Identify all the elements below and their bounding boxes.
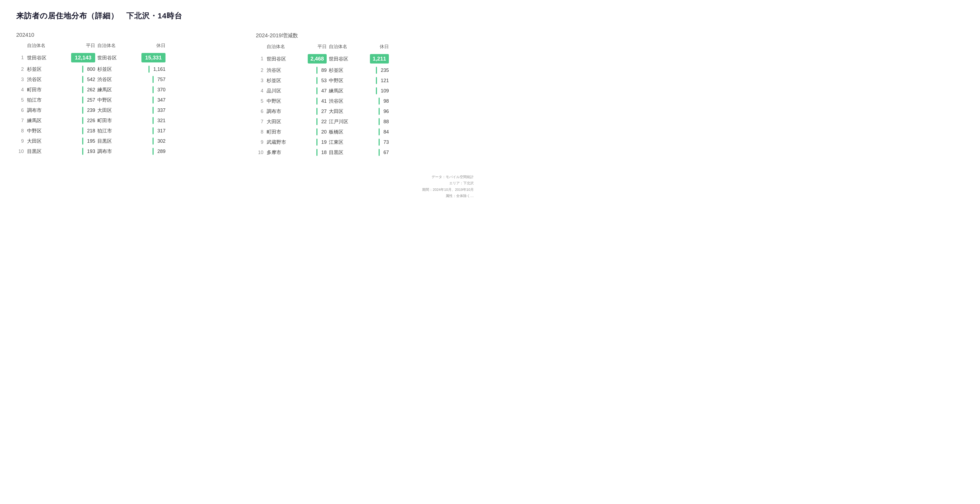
table-row: 9大田区195目黒区302 [16, 136, 234, 146]
rank-cell: 7 [256, 119, 267, 125]
footnote: データ：モバイル空間統計 エリア：下北沢 期間：2024年10月、2019年10… [16, 174, 474, 199]
bar-indicator [317, 118, 317, 125]
value-cell-1: 89 [299, 67, 329, 74]
table-row: 10目黒区193調布市289 [16, 146, 234, 157]
name-cell-2: 板橋区 [329, 128, 361, 135]
bar-indicator [379, 118, 380, 125]
value-cell-2: 1,161 [130, 66, 168, 73]
bar-indicator [376, 77, 377, 84]
right-table-body: 1世田谷区2,468世田谷区1,2112渋谷区89杉並区2353杉並区53中野区… [256, 52, 474, 158]
footnote-line2: エリア：下北沢 [16, 180, 474, 186]
value-cell-1: 239 [59, 107, 97, 114]
right-table-header: 自治体名 平日 自治体名 休日 [256, 43, 474, 51]
rank-cell: 5 [16, 97, 27, 103]
rank-cell: 7 [16, 118, 27, 124]
bar-indicator [82, 107, 83, 114]
bar-indicator [82, 148, 83, 155]
name-cell-2: 大田区 [329, 108, 361, 114]
rank-cell: 3 [16, 77, 27, 82]
bar-indicator [82, 66, 83, 73]
table-row: 7練馬区226町田市321 [16, 116, 234, 126]
page-title: 来訪者の居住地分布（詳細） 下北沢・14時台 [16, 11, 474, 21]
bar-indicator [148, 66, 150, 73]
bar-indicator [317, 149, 317, 156]
bar-indicator [82, 97, 83, 103]
name-cell-1: 調布市 [267, 108, 299, 114]
value-cell-2: 317 [130, 127, 168, 134]
bar-indicator [317, 139, 317, 146]
rank-cell: 6 [256, 109, 267, 114]
rank-cell: 1 [16, 55, 27, 60]
name-cell-2: 渋谷区 [97, 76, 130, 83]
name-cell-1: 世田谷区 [267, 55, 299, 62]
bar-indicator [379, 149, 380, 156]
table-row: 6調布市239大田区337 [16, 105, 234, 116]
value-cell-2: 73 [361, 139, 391, 146]
name-cell-1: 大田区 [27, 138, 59, 144]
bar-indicator [153, 127, 154, 134]
table-row: 4品川区47練馬区109 [256, 86, 474, 96]
bar-indicator [153, 148, 154, 155]
name-cell-1: 大田区 [267, 118, 299, 125]
value-cell-1: 262 [59, 86, 97, 93]
value-cell-1: 218 [59, 127, 97, 134]
rank-cell: 6 [16, 108, 27, 113]
name-cell-2: 渋谷区 [329, 98, 361, 104]
bar-indicator [153, 86, 154, 93]
right-header-col2-val: 休日 [361, 43, 391, 50]
name-cell-2: 中野区 [329, 77, 361, 84]
bar-indicator [317, 67, 317, 74]
bar-indicator [317, 98, 317, 105]
footnote-line3: 期間：2024年10月、2019年10月 [16, 187, 474, 193]
name-cell-1: 渋谷区 [27, 76, 59, 83]
name-cell-2: 町田市 [97, 117, 130, 124]
name-cell-2: 中野区 [97, 97, 130, 103]
table-row: 5中野区41渋谷区98 [256, 96, 474, 106]
value-cell-1: 53 [299, 77, 329, 84]
right-header-rank [256, 43, 267, 50]
name-cell-1: 町田市 [267, 128, 299, 135]
name-cell-2: 練馬区 [329, 87, 361, 94]
name-cell-1: 世田谷区 [27, 55, 59, 61]
left-header-col1-val: 平日 [59, 43, 97, 49]
rank-cell: 9 [256, 139, 267, 145]
value-cell-2: 88 [361, 118, 391, 125]
name-cell-1: 調布市 [27, 107, 59, 114]
right-header-col2-name: 自治体名 [329, 43, 361, 50]
bar-indicator [317, 87, 317, 94]
value-cell-2: 289 [130, 148, 168, 155]
rank-cell: 10 [16, 149, 27, 154]
value-cell-2: 98 [361, 98, 391, 105]
name-cell-1: 中野区 [27, 128, 59, 134]
table-row: 3渋谷区542渋谷区757 [16, 74, 234, 85]
table-row: 4町田市262練馬区370 [16, 85, 234, 95]
bar-indicator [379, 128, 380, 135]
right-header-col1-val: 平日 [299, 43, 329, 50]
left-header-rank [16, 43, 27, 49]
name-cell-2: 大田区 [97, 107, 130, 114]
table-row: 9武蔵野市19江東区73 [256, 137, 474, 147]
table-row: 8中野区218狛江市317 [16, 126, 234, 136]
name-cell-2: 狛江市 [97, 128, 130, 134]
bar-indicator [153, 107, 154, 114]
value-cell-2: 15,331 [130, 53, 168, 62]
table-row: 5狛江市257中野区347 [16, 95, 234, 105]
value-cell-2: 302 [130, 138, 168, 144]
right-section: 2024-2019増減数 自治体名 平日 自治体名 休日 1世田谷区2,468世… [256, 32, 474, 158]
value-cell-1: 226 [59, 117, 97, 124]
rank-cell: 8 [16, 128, 27, 134]
value-badge: 1,211 [370, 54, 389, 63]
name-cell-2: 練馬区 [97, 87, 130, 93]
value-cell-2: 84 [361, 128, 391, 135]
value-badge: 15,331 [142, 53, 165, 62]
left-header-col2-val: 休日 [130, 43, 168, 49]
name-cell-2: 調布市 [97, 148, 130, 155]
value-cell-1: 27 [299, 108, 329, 115]
table-row: 1世田谷区2,468世田谷区1,211 [256, 52, 474, 65]
rank-cell: 8 [256, 129, 267, 135]
value-cell-2: 337 [130, 107, 168, 114]
rank-cell: 2 [16, 67, 27, 72]
value-cell-2: 235 [361, 67, 391, 74]
value-cell-1: 2,468 [299, 54, 329, 63]
value-cell-1: 800 [59, 66, 97, 73]
